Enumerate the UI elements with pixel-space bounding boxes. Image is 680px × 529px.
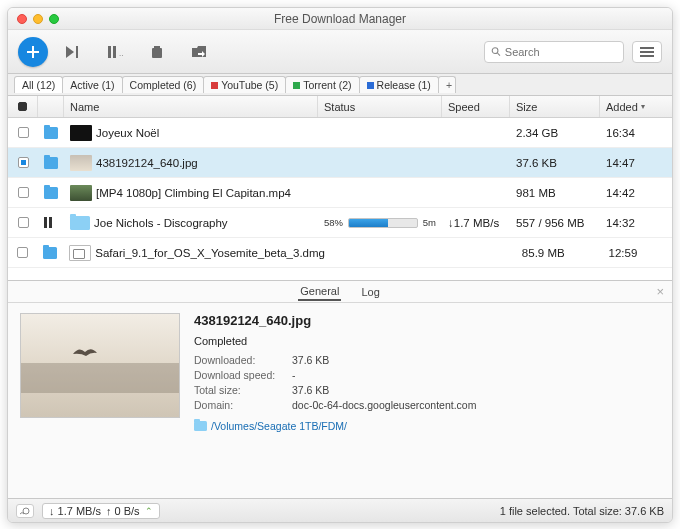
row-name-text: 438192124_640.jpg xyxy=(96,157,198,169)
col-status[interactable]: Status xyxy=(318,96,442,117)
row-name: Safari_9.1_for_OS_X_Yosemite_beta_3.dmg xyxy=(63,238,331,267)
table-row[interactable]: Safari_9.1_for_OS_X_Yosemite_beta_3.dmg8… xyxy=(8,238,672,268)
row-checkbox[interactable] xyxy=(8,118,38,147)
kv-value: doc-0c-64-docs.googleusercontent.com xyxy=(292,399,476,411)
sort-caret-icon: ▾ xyxy=(641,102,645,111)
row-checkbox[interactable] xyxy=(8,148,38,177)
svg-rect-7 xyxy=(152,48,162,58)
svg-text:..: .. xyxy=(119,49,123,58)
kv-value: 37.6 KB xyxy=(292,354,329,366)
tab-torrent[interactable]: Torrent (2) xyxy=(285,76,359,93)
plus-icon xyxy=(26,45,40,59)
tab-add-button[interactable]: + xyxy=(438,76,456,93)
row-name: [MP4 1080p] Climbing El Capitan.mp4 xyxy=(64,178,318,207)
col-checkbox[interactable] xyxy=(8,96,38,117)
row-state-icon xyxy=(38,178,64,207)
thumb-icon xyxy=(70,155,92,171)
tab-release[interactable]: Release (1) xyxy=(359,76,439,93)
table-row[interactable]: Joyeux Noël2.34 GB16:34 xyxy=(8,118,672,148)
tag-green-icon xyxy=(293,82,300,89)
toolbar: .. xyxy=(8,30,672,74)
row-status xyxy=(318,178,442,207)
row-speed xyxy=(450,238,516,267)
row-added: 12:59 xyxy=(603,238,672,267)
row-checkbox[interactable] xyxy=(8,208,38,237)
search-box[interactable] xyxy=(484,41,624,63)
play-button[interactable] xyxy=(56,38,90,66)
add-button[interactable] xyxy=(18,37,48,67)
tab-label: Completed (6) xyxy=(130,79,197,91)
svg-rect-12 xyxy=(640,47,654,49)
row-name-text: Joyeux Noël xyxy=(96,127,159,139)
delete-button[interactable] xyxy=(140,38,174,66)
tag-blue-icon xyxy=(367,82,374,89)
tab-all[interactable]: All (12) xyxy=(14,76,63,93)
row-status xyxy=(318,118,442,147)
details-close-button[interactable]: × xyxy=(656,284,664,299)
row-size: 981 MB xyxy=(510,178,600,207)
row-checkbox[interactable] xyxy=(8,178,38,207)
thumb-icon xyxy=(70,125,92,141)
row-added: 16:34 xyxy=(600,118,672,147)
details-filename: 438192124_640.jpg xyxy=(194,313,660,328)
thumb-icon xyxy=(69,245,91,261)
table-row[interactable]: 438192124_640.jpg37.6 KB14:47 xyxy=(8,148,672,178)
downloads-list[interactable]: Joyeux Noël2.34 GB16:34438192124_640.jpg… xyxy=(8,118,672,280)
col-speed[interactable]: Speed xyxy=(442,96,510,117)
checkbox-icon xyxy=(18,187,29,198)
svg-rect-13 xyxy=(640,51,654,53)
col-added[interactable]: Added ▾ xyxy=(600,96,672,117)
row-state-icon xyxy=(38,118,64,147)
details-path[interactable]: /Volumes/Seagate 1TB/FDM/ xyxy=(194,420,660,432)
move-button[interactable] xyxy=(182,38,216,66)
tab-active[interactable]: Active (1) xyxy=(62,76,122,93)
pause-button[interactable]: .. xyxy=(98,38,132,66)
details-tab-general[interactable]: General xyxy=(298,283,341,301)
checkbox-icon xyxy=(18,217,29,228)
thumb-icon xyxy=(70,185,92,201)
speed-indicator[interactable]: ↓ 1.7 MB/s ↑ 0 B/s ⌃ xyxy=(42,503,160,519)
svg-rect-1 xyxy=(27,51,39,53)
tab-youtube[interactable]: YouTube (5) xyxy=(203,76,286,93)
row-state-icon xyxy=(37,238,63,267)
chevron-up-icon: ⌃ xyxy=(145,506,153,516)
row-added: 14:47 xyxy=(600,148,672,177)
row-name-text: Joe Nichols - Discography xyxy=(94,217,228,229)
tab-label: YouTube (5) xyxy=(221,79,278,91)
col-size[interactable]: Size xyxy=(510,96,600,117)
row-size: 37.6 KB xyxy=(510,148,600,177)
speed-limit-button[interactable] xyxy=(16,504,34,518)
folder-icon xyxy=(44,127,58,139)
search-input[interactable] xyxy=(505,46,617,58)
svg-rect-3 xyxy=(76,46,78,58)
app-window: Free Download Manager .. All (12) Active… xyxy=(7,7,673,523)
column-headers: Name Status Speed Size Added ▾ xyxy=(8,96,672,118)
details-thumbnail xyxy=(20,313,180,418)
row-name: Joe Nichols - Discography xyxy=(64,208,318,237)
svg-rect-4 xyxy=(108,46,111,58)
window-title: Free Download Manager xyxy=(8,12,672,26)
col-name[interactable]: Name xyxy=(64,96,318,117)
kv-value: 37.6 KB xyxy=(292,384,329,396)
details-info: 438192124_640.jpg Completed Downloaded:3… xyxy=(194,313,660,432)
details-tab-log[interactable]: Log xyxy=(359,284,381,300)
row-size: 2.34 GB xyxy=(510,118,600,147)
tab-label: Torrent (2) xyxy=(303,79,351,91)
details-status: Completed xyxy=(194,335,660,347)
row-state-icon xyxy=(38,148,64,177)
folder-icon xyxy=(194,421,207,431)
row-checkbox[interactable] xyxy=(8,238,37,267)
row-added: 14:42 xyxy=(600,178,672,207)
kv-key: Downloaded: xyxy=(194,354,286,366)
kv-key: Domain: xyxy=(194,399,286,411)
pause-all-icon: .. xyxy=(107,45,123,59)
table-row[interactable]: Joe Nichols - Discography58%5m↓1.7 MB/s5… xyxy=(8,208,672,238)
table-row[interactable]: [MP4 1080p] Climbing El Capitan.mp4981 M… xyxy=(8,178,672,208)
pause-icon xyxy=(44,217,52,228)
svg-line-11 xyxy=(498,53,500,55)
menu-button[interactable] xyxy=(632,41,662,63)
checkbox-icon xyxy=(17,247,28,258)
folder-icon xyxy=(43,247,57,259)
tab-completed[interactable]: Completed (6) xyxy=(122,76,205,93)
folder-icon xyxy=(70,216,90,230)
